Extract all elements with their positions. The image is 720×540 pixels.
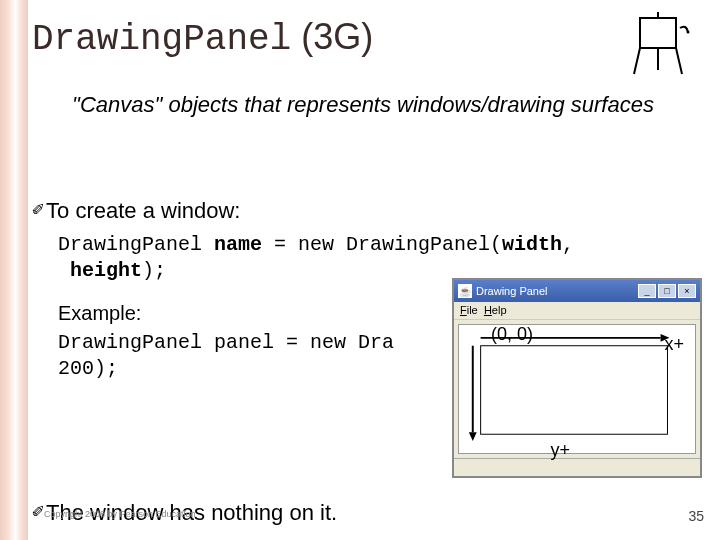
window-titlebar: ☕ Drawing Panel _ □ × <box>454 280 700 302</box>
title-mono: DrawingPanel <box>32 19 291 60</box>
window-menubar: File Help <box>454 302 700 320</box>
bullet-icon: ✐ <box>32 197 44 222</box>
java-icon: ☕ <box>458 284 472 298</box>
minimize-button[interactable]: _ <box>638 284 656 298</box>
syntax-block: DrawingPanel name = new DrawingPanel(wid… <box>58 232 574 284</box>
bullet-create-window: ✐To create a window: <box>32 198 240 224</box>
svg-marker-10 <box>469 432 477 441</box>
title-rest: (3G) <box>291 16 373 57</box>
decorative-ribbon <box>0 0 28 540</box>
maximize-button[interactable]: □ <box>658 284 676 298</box>
easel-icon <box>630 10 692 78</box>
copyright-text: Copyright 2008 by Pearson Education <box>44 509 196 519</box>
drawing-panel-window: ☕ Drawing Panel _ □ × File Help <box>452 278 702 478</box>
coord-yplus-label: y+ <box>550 440 570 461</box>
coord-origin-label: (0, 0) <box>491 324 533 345</box>
svg-rect-0 <box>640 18 676 48</box>
window-title: Drawing Panel <box>476 285 548 297</box>
example-label: Example: <box>58 302 141 325</box>
close-button[interactable]: × <box>678 284 696 298</box>
svg-point-5 <box>687 31 690 34</box>
bullet-icon: ✐ <box>32 499 44 524</box>
coord-xplus-label: x+ <box>664 334 684 355</box>
window-statusbar <box>454 458 700 476</box>
svg-line-2 <box>634 48 640 74</box>
slide-title: DrawingPanel (3G) <box>32 16 373 60</box>
example-code: DrawingPanel panel = new Dra 200); <box>58 330 394 382</box>
menu-file[interactable]: File <box>460 304 478 316</box>
svg-rect-6 <box>481 346 668 435</box>
slide-subtitle: "Canvas" objects that represents windows… <box>46 92 680 118</box>
svg-line-3 <box>676 48 682 74</box>
page-number: 35 <box>688 508 704 524</box>
menu-help[interactable]: Help <box>484 304 507 316</box>
